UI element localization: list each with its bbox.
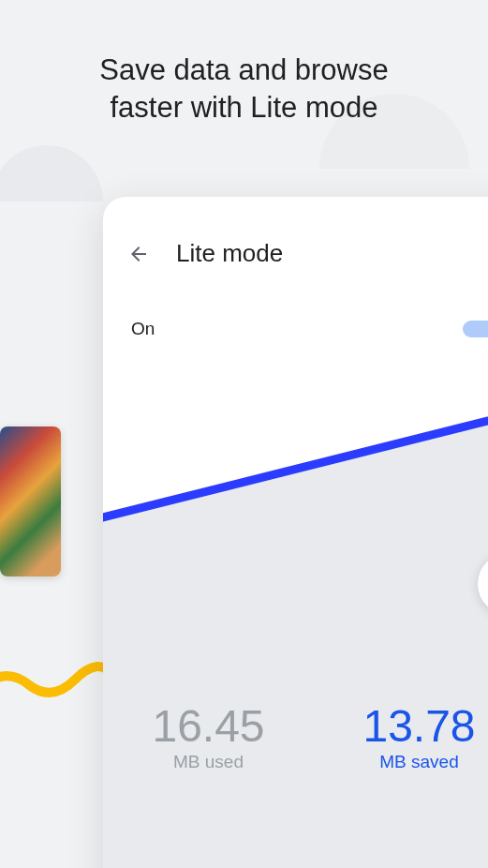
stat-saved-label: MB saved — [362, 752, 475, 772]
svg-marker-0 — [103, 409, 488, 868]
screen-title: Lite mode — [176, 239, 283, 268]
stat-saved: 13.78 MB saved — [362, 703, 475, 772]
toggle-track — [463, 321, 488, 337]
decorative-cloud-left — [0, 145, 103, 202]
stat-used: 16.45 MB used — [152, 703, 264, 772]
chart-area: 16.45 MB used 13.78 MB saved — [103, 403, 488, 868]
decorative-image-fragment — [0, 427, 61, 576]
stat-saved-value: 13.78 — [362, 703, 475, 750]
stat-used-value: 16.45 — [152, 703, 264, 750]
data-stats: 16.45 MB used 13.78 MB saved — [103, 703, 488, 772]
screen-header: Lite mode — [103, 197, 488, 268]
toggle-state-label: On — [131, 319, 155, 339]
back-arrow-icon[interactable] — [127, 243, 150, 265]
headline: Save data and browsefaster with Lite mod… — [0, 52, 488, 127]
stat-used-label: MB used — [152, 752, 264, 772]
decorative-wave — [0, 656, 112, 712]
lite-mode-toggle[interactable] — [463, 315, 488, 343]
lite-mode-screen: Lite mode On — [103, 197, 488, 868]
lite-mode-toggle-row: On — [103, 268, 488, 343]
diagonal-fill — [103, 403, 488, 868]
